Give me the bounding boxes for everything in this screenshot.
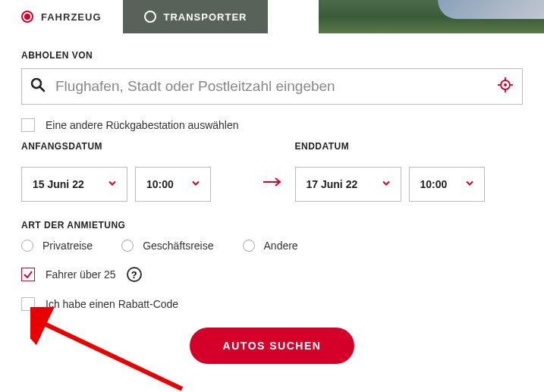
- start-date-select[interactable]: 15 Juni 22: [21, 167, 127, 202]
- chevron-down-icon: [190, 178, 201, 191]
- end-time-select[interactable]: 10:00: [409, 167, 485, 202]
- end-date-col: ENDDATUM 17 Juni 22 10:00: [295, 141, 524, 202]
- start-time-select[interactable]: 10:00: [135, 167, 211, 202]
- chevron-down-icon: [464, 178, 475, 191]
- radio-label: Andere: [264, 240, 298, 252]
- tab-vehicle[interactable]: FAHRZEUG: [0, 0, 123, 33]
- start-time-value: 10:00: [146, 178, 174, 190]
- rental-type-private[interactable]: Privatreise: [21, 240, 93, 252]
- radio-label: Privatreise: [42, 240, 93, 252]
- search-cars-button[interactable]: AUTOS SUCHEN: [190, 328, 355, 364]
- chevron-down-icon: [381, 178, 391, 191]
- radio-icon: [121, 240, 134, 252]
- end-date-value: 17 Juni 22: [307, 178, 358, 190]
- start-date-col: ANFANGSDATUM 15 Juni 22 10:00: [21, 141, 250, 202]
- search-icon: [30, 77, 46, 96]
- dates-row: ANFANGSDATUM 15 Juni 22 10:00 ENDDATUM 1…: [21, 141, 523, 202]
- radio-icon: [243, 240, 255, 252]
- radio-icon: [144, 11, 156, 23]
- rental-type-label: ART DER ANMIETUNG: [21, 220, 523, 230]
- pickup-input-row: [21, 68, 523, 105]
- svg-point-3: [504, 83, 507, 86]
- driver-over-25-label: Fahrer über 25: [46, 268, 116, 281]
- tab-label: TRANSPORTER: [164, 11, 247, 23]
- rental-type-other[interactable]: Andere: [243, 240, 298, 252]
- tab-label: FAHRZEUG: [41, 11, 102, 23]
- driver-over-25-row: Fahrer über 25 ?: [21, 267, 523, 282]
- check-icon: [23, 269, 33, 280]
- radio-icon: [21, 11, 33, 23]
- other-return-row: Eine andere Rückgabestation auswählen: [21, 118, 523, 132]
- start-date-value: 15 Juni 22: [33, 178, 84, 190]
- radio-label: Geschäftsreise: [143, 240, 213, 252]
- tabs: FAHRZEUG TRANSPORTER: [0, 0, 544, 33]
- geolocate-icon[interactable]: [497, 77, 514, 96]
- other-return-checkbox[interactable]: [21, 118, 35, 132]
- rental-type-business[interactable]: Geschäftsreise: [121, 240, 213, 252]
- search-form: ABHOLEN VON Eine andere Rückgabestation …: [0, 33, 544, 379]
- chevron-down-icon: [107, 178, 118, 191]
- driver-over-25-checkbox[interactable]: [21, 268, 35, 281]
- end-date-label: ENDDATUM: [295, 141, 524, 152]
- rental-type-section: ART DER ANMIETUNG Privatreise Geschäftsr…: [21, 220, 523, 252]
- help-icon[interactable]: ?: [127, 267, 142, 282]
- radio-icon: [21, 240, 33, 252]
- end-time-value: 10:00: [420, 178, 448, 190]
- submit-row: AUTOS SUCHEN: [21, 328, 523, 364]
- end-date-select[interactable]: 17 Juni 22: [295, 167, 401, 202]
- rental-type-options: Privatreise Geschäftsreise Andere: [21, 240, 523, 252]
- discount-code-row: Ich habe einen Rabatt-Code: [21, 297, 523, 311]
- discount-code-label: Ich habe einen Rabatt-Code: [46, 298, 178, 310]
- start-date-label: ANFANGSDATUM: [21, 141, 250, 152]
- tab-van[interactable]: TRANSPORTER: [123, 0, 269, 33]
- discount-code-checkbox[interactable]: [21, 297, 35, 311]
- svg-line-1: [40, 87, 44, 91]
- other-return-label: Eine andere Rückgabestation auswählen: [46, 119, 239, 131]
- date-arrow: [257, 155, 288, 188]
- pickup-input[interactable]: [21, 68, 523, 105]
- pickup-label: ABHOLEN VON: [21, 50, 523, 61]
